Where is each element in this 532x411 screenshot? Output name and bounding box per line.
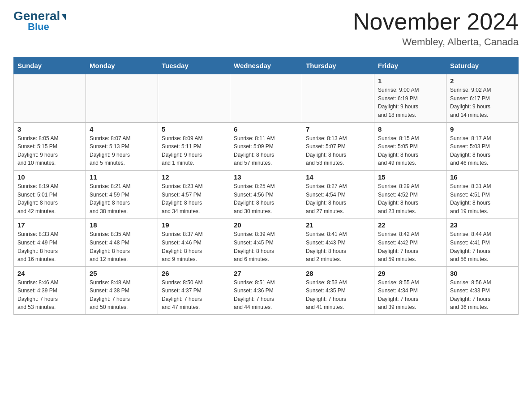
calendar-cell: 7Sunrise: 8:13 AM Sunset: 5:07 PM Daylig…	[302, 122, 374, 170]
day-number: 25	[90, 270, 154, 277]
title-area: November 2024 Wembley, Alberta, Canada	[353, 9, 519, 48]
day-number: 26	[162, 270, 226, 277]
calendar-table: SundayMondayTuesdayWednesdayThursdayFrid…	[13, 57, 519, 315]
day-info: Sunrise: 8:37 AM Sunset: 4:46 PM Dayligh…	[162, 230, 226, 263]
day-number: 15	[378, 173, 442, 181]
day-number: 10	[17, 173, 82, 181]
logo-blue: Blue	[13, 21, 49, 33]
day-number: 18	[90, 221, 154, 229]
weekday-header-friday: Friday	[374, 57, 446, 74]
day-info: Sunrise: 8:21 AM Sunset: 4:59 PM Dayligh…	[90, 182, 154, 215]
day-info: Sunrise: 8:53 AM Sunset: 4:35 PM Dayligh…	[306, 278, 370, 312]
day-number: 27	[234, 270, 298, 277]
calendar-cell: 16Sunrise: 8:31 AM Sunset: 4:51 PM Dayli…	[446, 170, 519, 218]
calendar-cell: 4Sunrise: 8:07 AM Sunset: 5:13 PM Daylig…	[86, 122, 158, 170]
day-info: Sunrise: 8:51 AM Sunset: 4:36 PM Dayligh…	[234, 278, 298, 312]
day-number: 23	[450, 221, 515, 229]
week-row-3: 10Sunrise: 8:19 AM Sunset: 5:01 PM Dayli…	[14, 170, 519, 218]
calendar-cell: 6Sunrise: 8:11 AM Sunset: 5:09 PM Daylig…	[230, 122, 302, 170]
day-info: Sunrise: 8:44 AM Sunset: 4:41 PM Dayligh…	[450, 230, 515, 263]
header: General Blue November 2024 Wembley, Albe…	[13, 9, 519, 48]
day-info: Sunrise: 8:13 AM Sunset: 5:07 PM Dayligh…	[306, 134, 370, 167]
calendar-cell: 11Sunrise: 8:21 AM Sunset: 4:59 PM Dayli…	[86, 170, 158, 218]
day-info: Sunrise: 8:27 AM Sunset: 4:54 PM Dayligh…	[306, 182, 370, 215]
day-number: 21	[306, 221, 370, 229]
week-row-2: 3Sunrise: 8:05 AM Sunset: 5:15 PM Daylig…	[14, 122, 519, 170]
calendar-cell: 13Sunrise: 8:25 AM Sunset: 4:56 PM Dayli…	[230, 170, 302, 218]
day-number: 30	[450, 270, 515, 277]
day-info: Sunrise: 8:17 AM Sunset: 5:03 PM Dayligh…	[450, 134, 515, 167]
day-number: 16	[450, 173, 515, 181]
week-row-5: 24Sunrise: 8:46 AM Sunset: 4:39 PM Dayli…	[14, 266, 519, 314]
calendar-cell: 25Sunrise: 8:48 AM Sunset: 4:38 PM Dayli…	[86, 266, 158, 314]
day-number: 14	[306, 173, 370, 181]
calendar-cell	[302, 74, 374, 122]
day-info: Sunrise: 8:46 AM Sunset: 4:39 PM Dayligh…	[17, 278, 82, 312]
calendar-cell: 23Sunrise: 8:44 AM Sunset: 4:41 PM Dayli…	[446, 218, 519, 266]
calendar-cell: 9Sunrise: 8:17 AM Sunset: 5:03 PM Daylig…	[446, 122, 519, 170]
day-info: Sunrise: 8:07 AM Sunset: 5:13 PM Dayligh…	[90, 134, 154, 167]
calendar-cell: 17Sunrise: 8:33 AM Sunset: 4:49 PM Dayli…	[14, 218, 86, 266]
day-number: 9	[450, 125, 515, 133]
calendar-cell: 30Sunrise: 8:56 AM Sunset: 4:33 PM Dayli…	[446, 266, 519, 314]
day-info: Sunrise: 8:15 AM Sunset: 5:05 PM Dayligh…	[378, 134, 442, 167]
day-number: 7	[306, 125, 370, 133]
day-info: Sunrise: 8:31 AM Sunset: 4:51 PM Dayligh…	[450, 182, 515, 215]
location-title: Wembley, Alberta, Canada	[353, 36, 519, 48]
calendar-cell: 24Sunrise: 8:46 AM Sunset: 4:39 PM Dayli…	[14, 266, 86, 314]
day-info: Sunrise: 8:39 AM Sunset: 4:45 PM Dayligh…	[234, 230, 298, 263]
day-number: 1	[378, 77, 442, 85]
calendar-cell: 12Sunrise: 8:23 AM Sunset: 4:57 PM Dayli…	[158, 170, 230, 218]
calendar-cell: 18Sunrise: 8:35 AM Sunset: 4:48 PM Dayli…	[86, 218, 158, 266]
calendar-cell	[158, 74, 230, 122]
logo: General Blue	[13, 9, 66, 33]
day-info: Sunrise: 8:41 AM Sunset: 4:43 PM Dayligh…	[306, 230, 370, 263]
calendar-cell	[86, 74, 158, 122]
day-number: 6	[234, 125, 298, 133]
day-number: 5	[162, 125, 226, 133]
calendar-cell: 26Sunrise: 8:50 AM Sunset: 4:37 PM Dayli…	[158, 266, 230, 314]
calendar-cell: 5Sunrise: 8:09 AM Sunset: 5:11 PM Daylig…	[158, 122, 230, 170]
day-number: 17	[17, 221, 82, 229]
day-info: Sunrise: 8:23 AM Sunset: 4:57 PM Dayligh…	[162, 182, 226, 215]
calendar-cell: 22Sunrise: 8:42 AM Sunset: 4:42 PM Dayli…	[374, 218, 446, 266]
week-row-4: 17Sunrise: 8:33 AM Sunset: 4:49 PM Dayli…	[14, 218, 519, 266]
day-info: Sunrise: 8:05 AM Sunset: 5:15 PM Dayligh…	[17, 134, 82, 167]
day-number: 13	[234, 173, 298, 181]
day-info: Sunrise: 8:48 AM Sunset: 4:38 PM Dayligh…	[90, 278, 154, 312]
day-number: 19	[162, 221, 226, 229]
calendar-cell: 20Sunrise: 8:39 AM Sunset: 4:45 PM Dayli…	[230, 218, 302, 266]
day-info: Sunrise: 8:56 AM Sunset: 4:33 PM Dayligh…	[450, 278, 515, 312]
day-info: Sunrise: 9:00 AM Sunset: 6:19 PM Dayligh…	[378, 86, 442, 119]
day-info: Sunrise: 8:19 AM Sunset: 5:01 PM Dayligh…	[17, 182, 82, 215]
calendar-cell: 14Sunrise: 8:27 AM Sunset: 4:54 PM Dayli…	[302, 170, 374, 218]
day-number: 4	[90, 125, 154, 133]
day-number: 12	[162, 173, 226, 181]
day-info: Sunrise: 8:42 AM Sunset: 4:42 PM Dayligh…	[378, 230, 442, 263]
calendar-cell: 19Sunrise: 8:37 AM Sunset: 4:46 PM Dayli…	[158, 218, 230, 266]
day-info: Sunrise: 8:35 AM Sunset: 4:48 PM Dayligh…	[90, 230, 154, 263]
month-title: November 2024	[353, 9, 519, 34]
day-number: 22	[378, 221, 442, 229]
day-info: Sunrise: 8:50 AM Sunset: 4:37 PM Dayligh…	[162, 278, 226, 312]
calendar-cell: 29Sunrise: 8:55 AM Sunset: 4:34 PM Dayli…	[374, 266, 446, 314]
day-number: 8	[378, 125, 442, 133]
day-info: Sunrise: 8:11 AM Sunset: 5:09 PM Dayligh…	[234, 134, 298, 167]
day-info: Sunrise: 8:25 AM Sunset: 4:56 PM Dayligh…	[234, 182, 298, 215]
weekday-header-wednesday: Wednesday	[230, 57, 302, 74]
day-number: 29	[378, 270, 442, 277]
calendar-cell: 1Sunrise: 9:00 AM Sunset: 6:19 PM Daylig…	[374, 74, 446, 122]
calendar-cell: 3Sunrise: 8:05 AM Sunset: 5:15 PM Daylig…	[14, 122, 86, 170]
calendar-cell: 27Sunrise: 8:51 AM Sunset: 4:36 PM Dayli…	[230, 266, 302, 314]
day-info: Sunrise: 8:29 AM Sunset: 4:52 PM Dayligh…	[378, 182, 442, 215]
weekday-header-saturday: Saturday	[446, 57, 519, 74]
day-number: 11	[90, 173, 154, 181]
day-info: Sunrise: 8:33 AM Sunset: 4:49 PM Dayligh…	[17, 230, 82, 263]
weekday-header-monday: Monday	[86, 57, 158, 74]
week-row-1: 1Sunrise: 9:00 AM Sunset: 6:19 PM Daylig…	[14, 74, 519, 122]
calendar-cell: 28Sunrise: 8:53 AM Sunset: 4:35 PM Dayli…	[302, 266, 374, 314]
calendar-cell: 8Sunrise: 8:15 AM Sunset: 5:05 PM Daylig…	[374, 122, 446, 170]
day-number: 28	[306, 270, 370, 277]
weekday-header-tuesday: Tuesday	[158, 57, 230, 74]
weekday-header-sunday: Sunday	[14, 57, 86, 74]
